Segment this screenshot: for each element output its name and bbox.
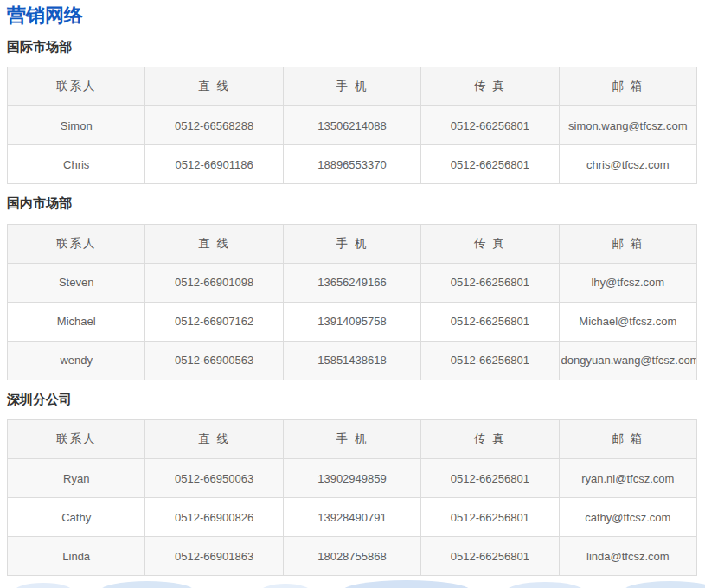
cell-contact: Cathy: [8, 498, 145, 537]
cell-fax: 0512-66256801: [421, 302, 559, 341]
column-header-contact: 联系人: [8, 420, 145, 459]
cell-direct-line: 0512-66568288: [145, 106, 283, 145]
background-cloud-pattern: [0, 579, 705, 588]
section-title-domestic: 国内市场部: [7, 196, 697, 211]
cell-fax: 0512-66256801: [421, 263, 559, 302]
cell-contact: Simon: [8, 106, 145, 145]
cell-direct-line: 0512-66901186: [145, 145, 283, 184]
cell-mobile: 13506214088: [283, 106, 420, 145]
table-row: Simon 0512-66568288 13506214088 0512-662…: [8, 106, 697, 145]
column-header-direct-line: 直 线: [145, 224, 283, 263]
cloud-shape: [99, 581, 195, 588]
table-row: Chris 0512-66901186 18896553370 0512-662…: [8, 145, 697, 184]
table-row: Cathy 0512-66900826 13928490791 0512-662…: [8, 498, 697, 537]
cell-mobile: 13902949859: [283, 459, 420, 498]
cell-email: Michael@tfcsz.com: [559, 302, 696, 341]
cell-contact: Steven: [8, 263, 145, 302]
cell-contact: Chris: [8, 145, 145, 184]
cell-mobile: 13914095758: [283, 302, 420, 341]
column-header-email: 邮 箱: [559, 67, 696, 106]
column-header-fax: 传 真: [421, 224, 559, 263]
cell-fax: 0512-66256801: [421, 498, 559, 537]
cell-contact: wendy: [8, 341, 145, 380]
cell-mobile: 18896553370: [283, 145, 420, 184]
column-header-fax: 传 真: [421, 67, 559, 106]
cell-mobile: 18028755868: [283, 537, 420, 576]
table-row: Linda 0512-66901863 18028755868 0512-662…: [8, 537, 697, 576]
cell-email: simon.wang@tfcsz.com: [559, 106, 696, 145]
section-international-market: 国际市场部 联系人 直 线 手 机 传 真 邮 箱 Simon 0512-665…: [7, 40, 697, 185]
cell-email: chris@tfcsz.com: [559, 145, 696, 184]
cell-mobile: 15851438618: [283, 341, 420, 380]
cell-contact: Ryan: [8, 459, 145, 498]
cell-fax: 0512-66256801: [421, 537, 559, 576]
column-header-fax: 传 真: [421, 420, 559, 459]
cell-email: ryan.ni@tfcsz.com: [559, 459, 696, 498]
cell-mobile: 13656249166: [283, 263, 420, 302]
page-title: 营销网络: [7, 3, 697, 28]
cell-fax: 0512-66256801: [421, 106, 559, 145]
section-title-shenzhen: 深圳分公司: [7, 393, 697, 407]
cell-email: lhy@tfcsz.com: [559, 263, 696, 302]
column-header-email: 邮 箱: [559, 420, 696, 459]
column-header-mobile: 手 机: [283, 420, 420, 459]
column-header-direct-line: 直 线: [145, 67, 283, 106]
cell-direct-line: 0512-66907162: [145, 302, 283, 341]
column-header-mobile: 手 机: [283, 67, 420, 106]
table-header-row: 联系人 直 线 手 机 传 真 邮 箱: [8, 420, 697, 459]
column-header-contact: 联系人: [8, 67, 145, 106]
section-shenzhen-branch: 深圳分公司 联系人 直 线 手 机 传 真 邮 箱 Ryan 0512-6695…: [7, 393, 697, 577]
cell-fax: 0512-66256801: [421, 145, 559, 184]
cell-fax: 0512-66256801: [421, 341, 559, 380]
cell-email: dongyuan.wang@tfcsz.com: [559, 341, 696, 380]
table-row: Ryan 0512-66950063 13902949859 0512-6625…: [8, 459, 697, 498]
cell-direct-line: 0512-66901098: [145, 263, 283, 302]
cell-email: cathy@tfcsz.com: [559, 498, 696, 537]
cell-direct-line: 0512-66900826: [145, 498, 283, 537]
table-header-row: 联系人 直 线 手 机 传 真 邮 箱: [8, 67, 697, 106]
contact-table-domestic: 联系人 直 线 手 机 传 真 邮 箱 Steven 0512-66901098…: [7, 224, 697, 380]
column-header-email: 邮 箱: [559, 224, 696, 263]
cloud-shape: [342, 580, 471, 588]
table-header-row: 联系人 直 线 手 机 传 真 邮 箱: [8, 224, 697, 263]
page-content: 营销网络 国际市场部 联系人 直 线 手 机 传 真 邮 箱 Simon 051…: [0, 3, 705, 576]
cell-direct-line: 0512-66900563: [145, 341, 283, 380]
cloud-shape: [260, 584, 311, 588]
column-header-contact: 联系人: [8, 224, 145, 263]
cell-email: linda@tfcsz.com: [559, 537, 696, 576]
section-domestic-market: 国内市场部 联系人 直 线 手 机 传 真 邮 箱 Steven 0512-66…: [7, 196, 697, 380]
cell-contact: Linda: [8, 537, 145, 576]
cell-direct-line: 0512-66950063: [145, 459, 283, 498]
cell-contact: Michael: [8, 302, 145, 341]
contact-table-international: 联系人 直 线 手 机 传 真 邮 箱 Simon 0512-66568288 …: [7, 67, 697, 184]
cloud-shape: [506, 582, 584, 588]
table-row: wendy 0512-66900563 15851438618 0512-662…: [8, 341, 697, 380]
section-title-international: 国际市场部: [7, 40, 697, 54]
cell-fax: 0512-66256801: [421, 459, 559, 498]
column-header-mobile: 手 机: [283, 224, 420, 263]
cloud-shape: [13, 583, 74, 588]
column-header-direct-line: 直 线: [145, 420, 283, 459]
cloud-shape: [623, 581, 705, 588]
cell-mobile: 13928490791: [283, 498, 420, 537]
table-row: Steven 0512-66901098 13656249166 0512-66…: [8, 263, 697, 302]
table-row: Michael 0512-66907162 13914095758 0512-6…: [8, 302, 697, 341]
contact-table-shenzhen: 联系人 直 线 手 机 传 真 邮 箱 Ryan 0512-66950063 1…: [7, 419, 697, 576]
cell-direct-line: 0512-66901863: [145, 537, 283, 576]
